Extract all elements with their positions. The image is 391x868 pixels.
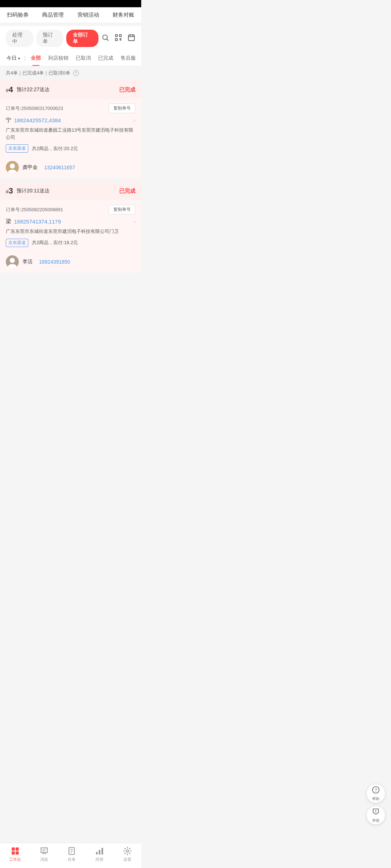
date-arrow: ▾ [18, 56, 20, 60]
svg-rect-2 [115, 34, 118, 37]
channel-tag-3: 京东渠道 [6, 239, 28, 247]
svg-point-16 [10, 258, 15, 263]
customer-arrow-4: › [134, 117, 135, 124]
channel-info-3: 共2商品，实付:18.2元 [32, 239, 78, 246]
nav-marketing[interactable]: 营销活动 [77, 12, 99, 18]
scan-icon[interactable] [114, 34, 122, 43]
customer-row-4: 宁 18824425572,4384 › [6, 117, 135, 124]
channel-info-4: 共2商品，实付:20.2元 [32, 145, 78, 152]
customer-arrow-3: › [134, 218, 135, 225]
deliverer-name-4: 龚甲金 [22, 164, 38, 171]
svg-rect-4 [115, 38, 118, 41]
order-number-3: #3 [6, 186, 13, 196]
deliverer-avatar-4 [6, 161, 19, 174]
svg-rect-3 [119, 34, 122, 37]
deliverer-row-4: 龚甲金 13240611657 [6, 157, 135, 174]
filter-checkin[interactable]: 到店核销 [45, 51, 72, 66]
channel-row-3: 京东渠道 共2商品，实付:18.2元 [6, 239, 135, 247]
date-filter[interactable]: 今日 ▾ [4, 51, 23, 66]
order-card-4: #4 预计22:27送达 已完成 订单号:2505090317000623 复制… [0, 80, 141, 178]
order-body-4: 订单号:2505090317000623 复制单号 宁 18824425572,… [0, 99, 141, 178]
deliverer-phone-3[interactable]: 18924391850 [39, 259, 70, 265]
nav-finance[interactable]: 财务对账 [113, 12, 134, 18]
customer-phone-3[interactable]: 18825741374,1179 [14, 218, 61, 225]
deliverer-name-3: 李活 [22, 259, 33, 265]
channel-tag-4: 京东渠道 [6, 144, 28, 153]
order-eta-3: 预计20:11送达 [17, 188, 50, 194]
summary-text: 共4单｜已完成4单｜已取消0单 [6, 70, 70, 76]
order-status-4: 已完成 [119, 86, 135, 93]
date-label: 今日 [7, 55, 17, 61]
deliverer-avatar-3 [6, 255, 19, 268]
order-body-3: 订单号:2505082205006891 复制单号 梁 18825741374,… [0, 200, 141, 273]
help-icon[interactable]: ? [73, 70, 79, 76]
status-bar [0, 0, 141, 7]
customer-phone-4[interactable]: 18824425572,4384 [14, 117, 61, 123]
tab-all-orders[interactable]: 全部订单 [66, 30, 98, 47]
order-type-bar: 处理中 预订单 全部订单 [0, 26, 141, 51]
filter-cancelled[interactable]: 已取消 [72, 51, 94, 66]
order-header-3: #3 预计20:11送达 已完成 [0, 181, 141, 200]
tab-preorder[interactable]: 预订单 [36, 30, 64, 47]
nav-scan[interactable]: 扫码验券 [7, 12, 29, 18]
order-header-4: #4 预计22:27送达 已完成 [0, 80, 141, 99]
order-id-text-3: 订单号:2505082205006891 [6, 207, 63, 213]
customer-surname-4: 宁 [6, 117, 11, 124]
address-3: 广东东莞市东城街道东莞市建滔电子科技有限公司门卫 [6, 228, 135, 235]
copy-btn-3[interactable]: 复制单号 [109, 205, 135, 214]
nav-goods[interactable]: 商品管理 [42, 12, 64, 18]
search-icon[interactable] [101, 34, 109, 43]
order-id-row-3: 订单号:2505082205006891 复制单号 [6, 205, 135, 214]
filter-bar: 今日 ▾ | 全部 到店核销 已取消 已完成 售后服 [0, 51, 141, 66]
tab-processing[interactable]: 处理中 [6, 30, 33, 47]
copy-btn-4[interactable]: 复制单号 [109, 103, 135, 113]
order-status-3: 已完成 [119, 188, 135, 195]
svg-line-1 [107, 39, 108, 41]
content-area: #4 预计22:27送达 已完成 订单号:2505090317000623 复制… [0, 80, 141, 305]
channel-row-4: 京东渠道 共2商品，实付:20.2元 [6, 144, 135, 153]
svg-point-13 [10, 163, 15, 169]
filter-divider: | [24, 55, 26, 61]
summary-bar: 共4单｜已完成4单｜已取消0单 ? [0, 66, 141, 80]
order-id-row-4: 订单号:2505090317000623 复制单号 [6, 103, 135, 113]
calendar-icon[interactable] [127, 34, 135, 43]
order-id-text-4: 订单号:2505090317000623 [6, 105, 63, 112]
svg-rect-8 [129, 35, 135, 41]
filter-completed[interactable]: 已完成 [94, 51, 117, 66]
top-nav: 扫码验券 商品管理 营销活动 财务对账 [0, 7, 141, 23]
order-number-4: #4 [6, 85, 13, 94]
deliverer-row-3: 李活 18924391850 [6, 251, 135, 268]
deliverer-phone-4[interactable]: 13240611657 [44, 165, 75, 170]
customer-row-3: 梁 18825741374,1179 › [6, 218, 135, 225]
address-4: 广东东莞市东城街道桑园工业路13号东莞市建滔电子科技有限公司 [6, 127, 135, 141]
order-card-3: #3 预计20:11送达 已完成 订单号:2505082205006891 复制… [0, 181, 141, 273]
filter-aftersale[interactable]: 售后服 [117, 51, 139, 66]
order-eta-4: 预计22:27送达 [17, 86, 50, 93]
customer-surname-3: 梁 [6, 218, 11, 225]
filter-all[interactable]: 全部 [27, 51, 45, 66]
